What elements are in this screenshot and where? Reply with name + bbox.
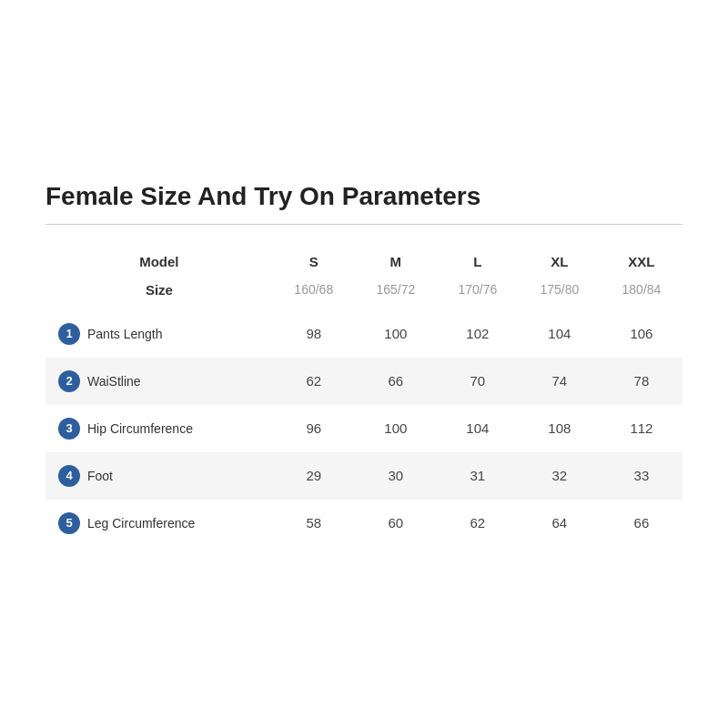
row-label-cell: 3 Hip Circumference — [46, 405, 273, 452]
cell-row1-col2: 100 — [355, 310, 437, 358]
size-s: 160/68 — [273, 277, 355, 310]
table-row: 3 Hip Circumference 96100104108112 — [46, 405, 682, 452]
size-xl: 175/80 — [519, 277, 601, 310]
table-row: 4 Foot 2930313233 — [46, 452, 682, 500]
label-text-4: Foot — [87, 469, 113, 483]
cell-row5-col2: 60 — [355, 500, 437, 547]
size-l: 170/76 — [437, 277, 519, 310]
badge-5: 5 — [58, 512, 80, 534]
col-xl: XL — [519, 247, 601, 277]
cell-row4-col2: 30 — [355, 452, 437, 500]
row-label: 1 Pants Length — [58, 323, 264, 345]
cell-row2-col1: 62 — [273, 358, 355, 405]
row-label: 2 WaiStline — [58, 370, 264, 392]
cell-row5-col4: 64 — [519, 500, 601, 547]
page-container: Female Size And Try On Parameters Model … — [18, 164, 710, 565]
badge-3: 3 — [58, 418, 80, 440]
size-table: Model S M L XL XXL Size 160/68 165/72 17… — [46, 247, 682, 547]
row-label-cell: 1 Pants Length — [46, 310, 273, 358]
cell-row4-col3: 31 — [437, 452, 519, 500]
label-text-3: Hip Circumference — [87, 421, 193, 436]
cell-row1-col5: 106 — [601, 310, 682, 358]
table-row: 1 Pants Length 98100102104106 — [46, 310, 682, 358]
cell-row3-col2: 100 — [355, 405, 437, 452]
cell-row3-col1: 96 — [273, 405, 355, 452]
col-l: L — [437, 247, 519, 277]
size-m: 165/72 — [355, 277, 437, 310]
row-label: 4 Foot — [58, 465, 264, 487]
row-label-cell: 2 WaiStline — [46, 358, 273, 405]
cell-row4-col5: 33 — [601, 452, 682, 500]
col-model: Model — [46, 247, 273, 277]
cell-row4-col4: 32 — [519, 452, 601, 500]
cell-row1-col1: 98 — [273, 310, 355, 358]
row-label: 3 Hip Circumference — [58, 418, 264, 440]
cell-row5-col1: 58 — [273, 500, 355, 547]
label-text-1: Pants Length — [87, 327, 163, 341]
row-label: 5 Leg Circumference — [58, 512, 264, 534]
col-s: S — [273, 247, 355, 277]
size-row: Size 160/68 165/72 170/76 175/80 180/84 — [46, 277, 682, 310]
badge-4: 4 — [58, 465, 80, 487]
row-label-cell: 5 Leg Circumference — [46, 500, 273, 547]
row-label-cell: 4 Foot — [46, 452, 273, 500]
cell-row5-col3: 62 — [437, 500, 519, 547]
header-row: Model S M L XL XXL — [46, 247, 682, 277]
cell-row3-col3: 104 — [437, 405, 519, 452]
badge-2: 2 — [58, 370, 80, 392]
cell-row2-col4: 74 — [519, 358, 601, 405]
badge-1: 1 — [58, 323, 80, 345]
cell-row3-col5: 112 — [601, 405, 682, 452]
size-label: Size — [46, 277, 273, 310]
label-text-5: Leg Circumference — [87, 516, 195, 531]
table-row: 2 WaiStline 6266707478 — [46, 358, 682, 405]
cell-row4-col1: 29 — [273, 452, 355, 500]
cell-row1-col3: 102 — [437, 310, 519, 358]
page-title: Female Size And Try On Parameters — [46, 182, 682, 211]
cell-row3-col4: 108 — [519, 405, 601, 452]
table-row: 5 Leg Circumference 5860626466 — [46, 500, 682, 547]
size-xxl: 180/84 — [601, 277, 682, 310]
cell-row1-col4: 104 — [519, 310, 601, 358]
cell-row5-col5: 66 — [601, 500, 682, 547]
cell-row2-col3: 70 — [437, 358, 519, 405]
label-text-2: WaiStline — [87, 374, 141, 389]
cell-row2-col2: 66 — [355, 358, 437, 405]
col-xxl: XXL — [601, 247, 682, 277]
cell-row2-col5: 78 — [601, 358, 682, 405]
col-m: M — [355, 247, 437, 277]
divider — [46, 224, 682, 225]
